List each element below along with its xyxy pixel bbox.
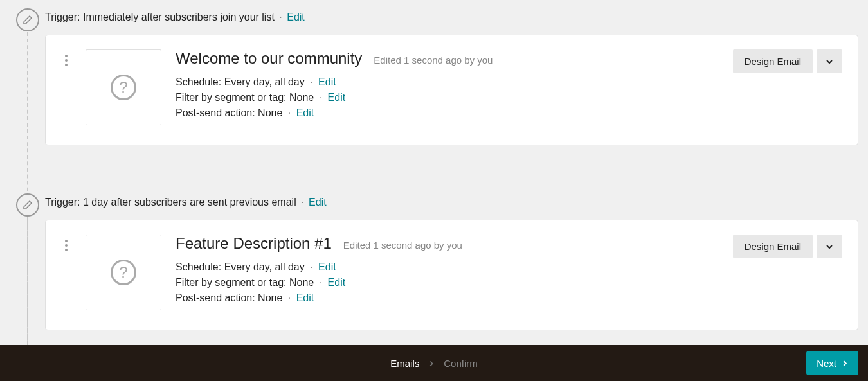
postsend-label: Post-send action: [176,292,255,303]
schedule-line: Schedule: Every day, all day · Edit [176,261,719,273]
email-title: Welcome to our community [176,49,362,67]
card-body: Welcome to our community Edited 1 second… [176,49,719,123]
question-icon: ? [111,75,136,100]
trigger-value: 1 day after subscribers are sent previou… [83,197,296,208]
filter-value: None [289,92,314,103]
trigger-text: Trigger: 1 day after subscribers are sen… [45,197,858,208]
breadcrumb-confirm[interactable]: Confirm [444,358,478,369]
email-card: ? Welcome to our community Edited 1 seco… [45,35,858,145]
card-title-row: Feature Description #1 Edited 1 second a… [176,235,719,253]
design-email-button[interactable]: Design Email [733,49,813,73]
bottom-bar: Emails Confirm Next [0,345,868,381]
chevron-down-icon [826,58,833,66]
edited-timestamp: Edited 1 second ago by you [343,240,462,251]
email-thumbnail[interactable]: ? [86,235,161,310]
edit-trigger-link[interactable]: Edit [287,12,305,22]
filter-label: Filter by segment or tag: [176,277,287,288]
edit-trigger-link[interactable]: Edit [309,197,327,208]
chevron-right-icon [428,358,435,369]
separator: · [310,261,312,272]
separator: · [320,92,322,103]
separator: · [279,12,282,22]
spacer [10,145,858,185]
schedule-value: Every day, all day [224,261,305,272]
edit-postsend-link[interactable]: Edit [296,292,314,303]
postsend-label: Post-send action: [176,107,255,118]
schedule-value: Every day, all day [224,76,305,87]
trigger-content: Trigger: 1 day after subscribers are sen… [45,185,858,330]
filter-line: Filter by segment or tag: None · Edit [176,92,719,103]
card-menu-icon[interactable] [61,49,71,66]
edit-filter-link[interactable]: Edit [328,92,346,103]
schedule-line: Schedule: Every day, all day · Edit [176,76,719,88]
card-title-row: Welcome to our community Edited 1 second… [176,49,719,67]
timeline-item-1: Trigger: Immediately after subscribers j… [10,0,858,145]
chevron-right-icon [842,360,848,366]
trigger-content: Trigger: Immediately after subscribers j… [45,0,858,145]
edit-schedule-link[interactable]: Edit [318,261,336,272]
separator: · [288,292,291,303]
timeline-icon-column [10,0,45,31]
edited-timestamp: Edited 1 second ago by you [374,55,493,66]
filter-value: None [289,277,314,288]
card-actions: Design Email [733,235,842,258]
timeline-connector [27,217,28,345]
main-content: Trigger: Immediately after subscribers j… [0,0,868,345]
filter-line: Filter by segment or tag: None · Edit [176,277,719,288]
design-email-button[interactable]: Design Email [733,235,813,258]
edit-filter-link[interactable]: Edit [328,277,346,288]
card-actions: Design Email [733,49,842,73]
card-body: Feature Description #1 Edited 1 second a… [176,235,719,308]
email-title: Feature Description #1 [176,235,332,253]
postsend-value: None [258,107,282,118]
schedule-label: Schedule: [176,261,221,272]
trigger-value: Immediately after subscribers join your … [83,12,275,22]
card-menu-icon[interactable] [61,235,71,251]
separator: · [301,197,303,208]
separator: · [310,76,312,87]
postsend-value: None [258,292,282,303]
edit-schedule-link[interactable]: Edit [318,76,336,87]
email-thumbnail[interactable]: ? [86,49,161,125]
trigger-text: Trigger: Immediately after subscribers j… [45,12,858,23]
design-dropdown-button[interactable] [817,49,842,73]
postsend-line: Post-send action: None · Edit [176,107,719,119]
email-card: ? Feature Description #1 Edited 1 second… [45,220,858,330]
question-icon: ? [111,260,136,285]
breadcrumb: Emails Confirm [390,358,478,369]
next-button[interactable]: Next [806,351,858,375]
edit-trigger-icon[interactable] [16,8,39,31]
schedule-label: Schedule: [176,76,221,87]
trigger-label: Trigger: [45,197,80,208]
design-dropdown-button[interactable] [817,235,842,258]
edit-trigger-icon[interactable] [16,193,39,217]
separator: · [288,107,291,118]
filter-label: Filter by segment or tag: [176,92,287,103]
postsend-line: Post-send action: None · Edit [176,292,719,304]
breadcrumb-emails[interactable]: Emails [390,358,419,369]
timeline-item-2: Trigger: 1 day after subscribers are sen… [10,185,858,330]
edit-postsend-link[interactable]: Edit [296,107,314,118]
trigger-label: Trigger: [45,12,80,22]
separator: · [320,277,322,288]
chevron-down-icon [826,243,833,251]
next-button-label: Next [817,358,836,369]
